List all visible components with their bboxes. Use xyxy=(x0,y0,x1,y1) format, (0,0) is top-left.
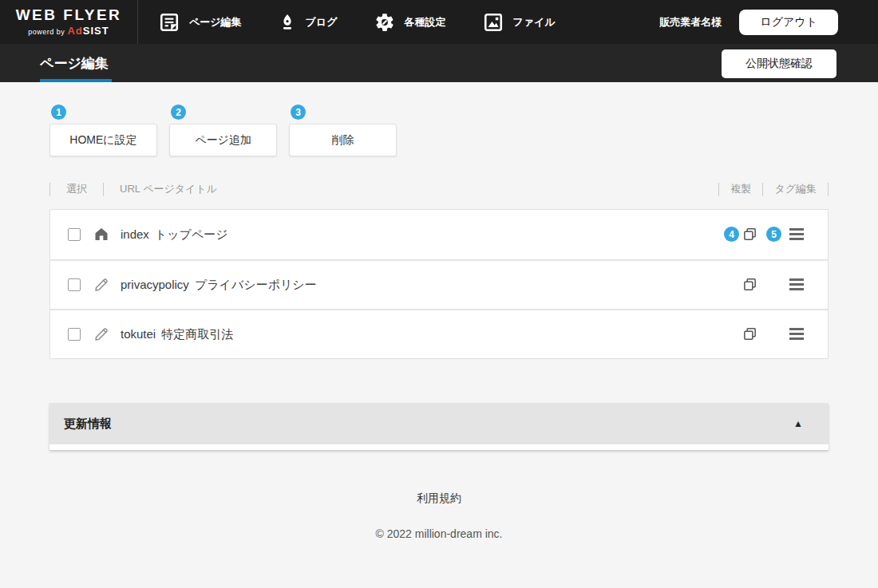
publish-status-button[interactable]: 公開状態確認 xyxy=(722,49,836,78)
nav-label: 各種設定 xyxy=(405,15,446,30)
row-checkbox[interactable] xyxy=(68,328,81,341)
collapse-triangle-icon[interactable]: ▲ xyxy=(793,418,803,429)
menu-icon[interactable] xyxy=(789,228,804,240)
pencil-icon xyxy=(93,277,109,293)
nav-item-blog[interactable]: ブログ xyxy=(279,13,338,32)
header-url-title: URL ページタイトル xyxy=(104,182,233,196)
step-badge-1: 1 xyxy=(51,105,66,120)
step-badge-3: 3 xyxy=(291,105,306,120)
menu-icon[interactable] xyxy=(789,278,804,290)
row-checkbox[interactable] xyxy=(68,278,81,291)
account-name: 販売業者名様 xyxy=(659,15,722,30)
list-header: 選択 URL ページタイトル 複製 タグ編集 xyxy=(49,180,829,198)
nav-item-files[interactable]: ファイル xyxy=(483,12,556,33)
logo-brand-accent: Ad xyxy=(67,25,82,37)
row-checkbox[interactable] xyxy=(68,228,81,241)
nav-item-page-edit[interactable]: ページ編集 xyxy=(159,12,242,33)
table-row-index: indexトップページ 4 5 xyxy=(50,210,828,259)
set-home-button[interactable]: HOMEに設定 xyxy=(49,124,157,156)
duplicate-icon[interactable] xyxy=(742,227,757,245)
table-row-privacypolicy: privacypolicyプライバシーポリシー xyxy=(50,259,828,309)
page-url: index xyxy=(121,227,149,241)
update-info-title: 更新情報 xyxy=(64,416,112,432)
logo-title: WEB FLYER xyxy=(16,7,122,24)
subheader: ページ編集 公開状態確認 xyxy=(0,44,878,82)
page-title: ページ編集 xyxy=(40,54,109,73)
home-icon xyxy=(93,227,109,243)
step-badge-5: 5 xyxy=(766,227,781,242)
delete-button[interactable]: 削除 xyxy=(289,124,397,156)
page-title-text: トップページ xyxy=(155,227,228,241)
terms-link[interactable]: 利用規約 xyxy=(417,491,461,506)
duplicate-icon[interactable] xyxy=(742,277,757,295)
page-url: tokutei xyxy=(121,327,156,341)
app-logo[interactable]: WEB FLYER powerd by AdSIST xyxy=(0,7,137,37)
topbar: WEB FLYER powerd by AdSIST ページ編集 xyxy=(0,0,878,44)
update-info-panel: 更新情報 ▲ xyxy=(49,403,829,450)
step-badge-2: 2 xyxy=(171,105,186,120)
logout-button[interactable]: ログアウト xyxy=(739,10,838,35)
nav-label: ファイル xyxy=(513,15,556,30)
nav-label: ページ編集 xyxy=(189,15,242,30)
toolbar: 1 HOMEに設定 2 ページ追加 3 削除 xyxy=(49,105,878,156)
page-title-text: プライバシーポリシー xyxy=(195,278,317,291)
page-url: privacypolicy xyxy=(121,278,189,291)
logo-brand-rest: SIST xyxy=(83,25,109,37)
update-info-header[interactable]: 更新情報 ▲ xyxy=(49,403,829,444)
pencil-icon xyxy=(93,326,109,342)
header-duplicate: 複製 xyxy=(719,182,762,196)
add-page-button[interactable]: ページ追加 xyxy=(169,124,277,156)
header-tag-edit: タグ編集 xyxy=(763,182,828,196)
page-list: indexトップページ 4 5 privacypolicyプライバシーポリシー xyxy=(49,209,829,359)
page-edit-icon xyxy=(159,12,180,33)
table-row-tokutei: tokutei特定商取引法 xyxy=(50,309,828,358)
footer: 利用規約 © 2022 million-dream inc. xyxy=(0,450,878,540)
active-tab-underline xyxy=(40,79,112,82)
main-nav: ページ編集 ブログ 各種設定 xyxy=(159,12,556,33)
copyright-text: © 2022 million-dream inc. xyxy=(0,527,878,540)
topbar-divider xyxy=(137,0,138,44)
nav-item-settings[interactable]: 各種設定 xyxy=(374,12,446,33)
duplicate-icon[interactable] xyxy=(742,326,757,345)
page-title-text: 特定商取引法 xyxy=(161,327,233,341)
header-select: 選択 xyxy=(50,182,103,196)
menu-icon[interactable] xyxy=(789,328,804,340)
image-icon xyxy=(483,12,504,33)
nav-label: ブログ xyxy=(306,15,338,30)
step-badge-4: 4 xyxy=(724,227,739,242)
logo-powered-by: powerd by xyxy=(28,28,65,36)
pen-nib-icon xyxy=(279,13,296,32)
gear-icon xyxy=(374,12,395,33)
